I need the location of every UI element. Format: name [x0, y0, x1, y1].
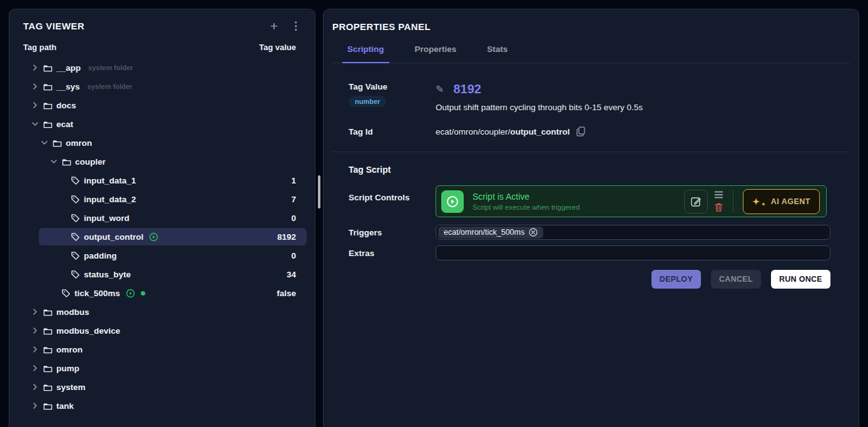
tree-label: status_byte [84, 270, 131, 279]
chevron-right-icon[interactable] [31, 83, 39, 90]
triggers-input[interactable]: ecat/omron/tick_500ms [436, 225, 830, 240]
tag-id-label: Tag Id [349, 127, 436, 136]
tree-label: input_data_1 [84, 176, 136, 185]
section-divider [332, 152, 850, 152]
tree-label: system [56, 383, 86, 392]
active-dot [141, 291, 145, 296]
tab-scripting[interactable]: Scripting [342, 41, 389, 63]
column-tag-value: Tag value [259, 43, 296, 52]
edit-script-button[interactable] [684, 190, 708, 214]
tab-properties[interactable]: Properties [410, 41, 462, 63]
tree-label: output_control [84, 232, 143, 242]
tree-label: docs [56, 101, 76, 110]
script-status-title: Script is Active [472, 192, 580, 202]
tree-row-tag[interactable]: input_data_2 7 [9, 190, 315, 208]
script-active-play-icon[interactable] [441, 190, 464, 213]
tree-row-folder[interactable]: coupler [9, 152, 315, 171]
tree-label: omron [56, 345, 83, 354]
tree-row-folder[interactable]: pump [9, 359, 315, 378]
folder-icon [62, 157, 71, 167]
tree-label: __sys [56, 82, 80, 91]
tab-stats[interactable]: Stats [482, 41, 513, 63]
chevron-right-icon[interactable] [31, 346, 39, 353]
script-log-icon[interactable] [714, 191, 723, 198]
tree-label: omron [66, 138, 92, 148]
tag-viewer-header: TAG VIEWER + ⋮ [9, 9, 315, 38]
sparkle-icon: ✦ [762, 202, 766, 207]
system-folder-note: system folder [88, 83, 133, 90]
sparkle-icon: ✦ [752, 197, 760, 206]
tag-value-label: Tag Value [349, 82, 436, 91]
tree-row-folder[interactable]: modbus [9, 302, 315, 321]
tag-description: Output shift pattern cycling through bit… [436, 103, 830, 112]
tree-row-tag[interactable]: input_data_1 1 [9, 171, 315, 190]
chevron-right-icon[interactable] [31, 64, 39, 71]
tag-value: 1 [291, 176, 296, 185]
folder-icon [43, 63, 53, 73]
tree-row-folder[interactable]: __app system folder [9, 58, 315, 77]
trigger-chip[interactable]: ecat/omron/tick_500ms [438, 227, 543, 239]
tag-icon [71, 251, 80, 260]
tree-row-tag[interactable]: status_byte 34 [9, 265, 315, 284]
tree-row-tag[interactable]: padding 0 [9, 246, 315, 265]
tree-row-folder[interactable]: docs [9, 96, 315, 115]
kebab-menu-icon[interactable]: ⋮ [290, 21, 301, 31]
tag-icon [71, 214, 80, 223]
chevron-down-icon[interactable] [41, 139, 48, 147]
remove-trigger-icon[interactable] [529, 228, 538, 237]
tag-script-heading: Tag Script [349, 165, 830, 175]
tag-icon [71, 195, 80, 204]
chevron-down-icon[interactable] [50, 158, 58, 165]
copy-icon[interactable] [576, 126, 585, 136]
tree-label: __app [56, 63, 81, 73]
tag-value: 0 [291, 214, 296, 223]
chevron-right-icon[interactable] [31, 101, 39, 109]
cancel-button[interactable]: CANCEL [711, 270, 761, 289]
tree-label: tank [56, 401, 74, 411]
system-folder-note: system folder [88, 64, 133, 71]
tree-row-folder[interactable]: ecat [9, 115, 315, 133]
tree-row-tag[interactable]: input_word 0 [9, 208, 315, 227]
folder-icon [53, 138, 62, 148]
ai-agent-button[interactable]: ✦✦ AI AGENT [743, 189, 820, 214]
tree-label: input_data_2 [84, 195, 136, 204]
script-controls-row: Script Controls Script is Active Script … [349, 185, 830, 217]
script-controls-label: Script Controls [349, 193, 436, 217]
tag-value: 7 [291, 195, 296, 204]
chevron-right-icon[interactable] [31, 364, 39, 372]
edit-value-icon[interactable]: ✎ [436, 83, 444, 95]
delete-script-icon[interactable] [715, 203, 723, 212]
script-status-box: Script is Active Script will execute whe… [436, 185, 827, 217]
tree-label: coupler [75, 157, 106, 167]
add-tag-icon[interactable]: + [270, 19, 278, 33]
tag-id-name: output_control [510, 127, 569, 136]
chevron-right-icon[interactable] [31, 383, 39, 391]
tag-icon [71, 270, 80, 279]
action-buttons: DEPLOY CANCEL RUN ONCE [349, 270, 830, 289]
tree-row-tag[interactable]: tick_500ms false [9, 284, 315, 302]
tree-row-folder[interactable]: modbus_device [9, 321, 315, 340]
properties-panel: PROPERTIES PANEL Scripting Properties St… [323, 9, 859, 427]
tag-value-row: Tag Value number ✎ 8192 Output shift pat… [349, 82, 830, 112]
chevron-down-icon[interactable] [31, 120, 39, 128]
chevron-right-icon[interactable] [31, 308, 39, 316]
tag-tree: __app system folder __sys system folder … [9, 58, 315, 415]
chevron-right-icon[interactable] [31, 327, 39, 334]
triggers-row: Triggers ecat/omron/tick_500ms [349, 225, 830, 240]
tree-row-folder[interactable]: __sys system folder [9, 77, 315, 96]
tree-row-folder[interactable]: system [9, 378, 315, 396]
tab-bar: Scripting Properties Stats [332, 41, 850, 63]
tree-label: ecat [56, 120, 73, 129]
tree-label: padding [84, 251, 117, 260]
tree-row-folder[interactable]: omron [9, 133, 315, 152]
tree-row-folder[interactable]: tank [9, 396, 315, 415]
run-once-button[interactable]: RUN ONCE [771, 270, 830, 289]
extras-input[interactable] [436, 245, 830, 260]
script-status-subtitle: Script will execute when triggered [472, 203, 580, 211]
tree-row-tag-selected[interactable]: output_control 8192 [9, 227, 315, 246]
tag-viewer-panel: TAG VIEWER + ⋮ Tag path Tag value __app … [9, 9, 315, 427]
vertical-scrollbar-thumb[interactable] [318, 175, 320, 208]
deploy-button[interactable]: DEPLOY [651, 270, 701, 289]
tree-row-folder[interactable]: omron [9, 340, 315, 359]
chevron-right-icon[interactable] [31, 402, 39, 409]
